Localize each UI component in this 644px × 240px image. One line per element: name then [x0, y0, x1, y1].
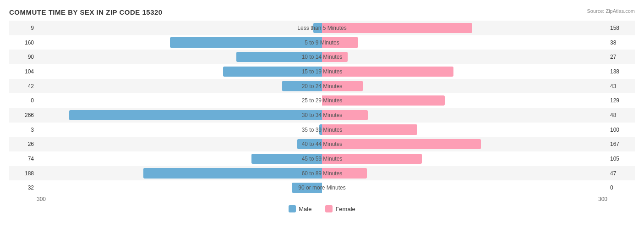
female-bar [322, 168, 367, 178]
source-text: Source: ZipAtlas.com [587, 8, 635, 14]
bar-row: 3290 or more Minutes0 [9, 180, 635, 195]
right-half [322, 64, 607, 79]
right-half [322, 21, 607, 35]
bar-row: 4220 to 24 Minutes43 [9, 79, 635, 94]
male-value: 188 [9, 170, 37, 177]
right-half [322, 79, 607, 94]
female-value: 105 [607, 156, 635, 162]
bar-center: 30 to 34 Minutes [37, 108, 607, 123]
male-bar [143, 168, 322, 178]
female-bar [322, 95, 445, 106]
bar-row: 9010 to 14 Minutes27 [9, 50, 635, 64]
female-value: 158 [607, 25, 635, 31]
bar-center: 90 or more Minutes [37, 180, 607, 195]
male-bar [69, 110, 322, 120]
right-half [322, 123, 607, 137]
bar-center: 10 to 14 Minutes [37, 50, 607, 64]
male-value: 104 [9, 68, 37, 75]
bar-center: 45 to 59 Minutes [37, 151, 607, 166]
legend-male: Male [289, 205, 311, 212]
male-bar [251, 154, 322, 164]
female-value: 27 [607, 54, 635, 60]
female-value: 167 [607, 141, 635, 147]
bar-center: 40 to 44 Minutes [37, 137, 607, 151]
male-value: 3 [9, 127, 37, 133]
female-value: 100 [607, 127, 635, 133]
bar-center: Less than 5 Minutes [37, 21, 607, 35]
legend-female: Female [325, 205, 355, 212]
bar-center: 35 to 39 Minutes [37, 123, 607, 137]
bar-row: 1605 to 9 Minutes38 [9, 35, 635, 50]
bar-center: 25 to 29 Minutes [37, 93, 607, 108]
chart-title: COMMUTE TIME BY SEX IN ZIP CODE 15320 [9, 8, 635, 16]
bar-row: 10415 to 19 Minutes138 [9, 64, 635, 79]
female-color-box [325, 205, 333, 212]
female-bar [322, 81, 363, 91]
bar-row: 7445 to 59 Minutes105 [9, 151, 635, 166]
left-half [37, 151, 322, 166]
male-bar [297, 139, 322, 149]
male-bar [313, 23, 322, 33]
female-bar [322, 124, 417, 134]
male-bar [236, 52, 322, 62]
bar-center: 60 to 89 Minutes [37, 166, 607, 181]
female-bar [322, 67, 453, 77]
right-half [322, 108, 607, 123]
male-color-box [289, 205, 296, 212]
left-half [37, 50, 322, 64]
female-value: 43 [607, 83, 635, 89]
axis-right: 300 [598, 196, 607, 202]
bar-row: 025 to 29 Minutes129 [9, 93, 635, 108]
male-bar [223, 67, 322, 77]
right-half [322, 180, 607, 195]
male-value: 74 [9, 156, 37, 162]
bar-row: 2640 to 44 Minutes167 [9, 137, 635, 151]
bar-row: 335 to 39 Minutes100 [9, 123, 635, 137]
male-value: 160 [9, 39, 37, 46]
male-bar [292, 183, 322, 193]
male-bar [170, 37, 322, 47]
right-half [322, 93, 607, 108]
left-half [37, 123, 322, 137]
male-value: 0 [9, 97, 37, 104]
female-bar [322, 154, 422, 164]
left-half [37, 35, 322, 50]
bar-center: 15 to 19 Minutes [37, 64, 607, 79]
male-value: 266 [9, 112, 37, 118]
female-bar [322, 52, 348, 62]
chart-container: COMMUTE TIME BY SEX IN ZIP CODE 15320 So… [0, 0, 644, 240]
female-value: 0 [607, 184, 635, 191]
legend: Male Female [9, 205, 635, 212]
bar-row: 9Less than 5 Minutes158 [9, 21, 635, 35]
female-bar [322, 139, 481, 149]
female-value: 48 [607, 112, 635, 118]
axis-left: 300 [37, 196, 46, 202]
male-label: Male [299, 206, 311, 212]
rows-container: 9Less than 5 Minutes1581605 to 9 Minutes… [9, 21, 635, 195]
female-value: 129 [607, 97, 635, 104]
female-value: 47 [607, 170, 635, 177]
male-value: 42 [9, 83, 37, 89]
left-half [37, 93, 322, 108]
male-value: 32 [9, 184, 37, 191]
bar-row: 26630 to 34 Minutes48 [9, 108, 635, 123]
female-label: Female [335, 206, 355, 212]
male-bar [282, 81, 322, 91]
left-half [37, 79, 322, 94]
male-value: 9 [9, 25, 37, 31]
right-half [322, 50, 607, 64]
left-half [37, 166, 322, 181]
left-half [37, 137, 322, 151]
right-half [322, 166, 607, 181]
bar-row: 18860 to 89 Minutes47 [9, 166, 635, 181]
male-value: 26 [9, 141, 37, 147]
male-value: 90 [9, 54, 37, 60]
chart-area: 9Less than 5 Minutes1581605 to 9 Minutes… [9, 21, 635, 209]
left-half [37, 108, 322, 123]
axis-labels: 300 300 [9, 196, 635, 202]
female-value: 38 [607, 39, 635, 46]
bar-center: 5 to 9 Minutes [37, 35, 607, 50]
right-half [322, 35, 607, 50]
bar-center: 20 to 24 Minutes [37, 79, 607, 94]
right-half [322, 137, 607, 151]
